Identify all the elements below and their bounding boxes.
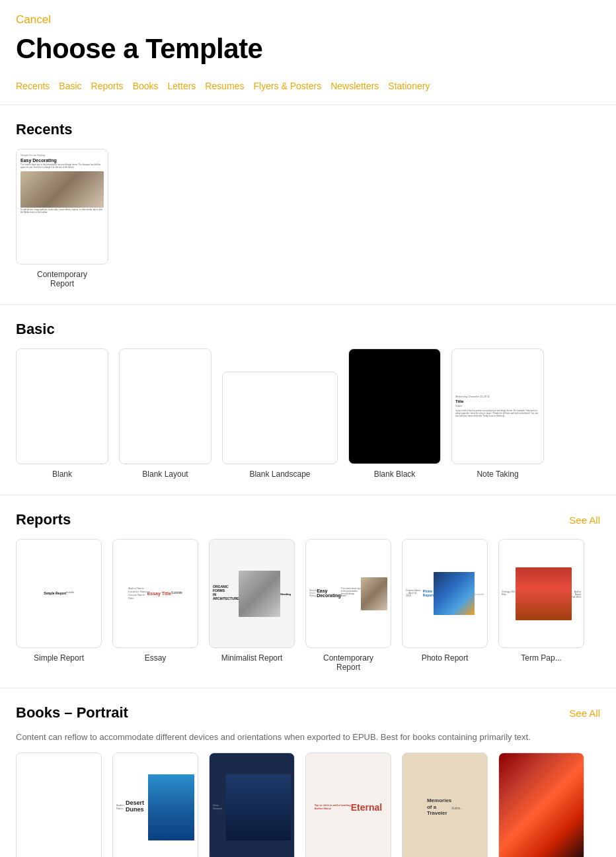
books-templates-row: Author Name Desert Dunes Desert Dunes Ur… [16, 753, 600, 857]
template-label-contemporary-report: ContemporaryReport [323, 653, 373, 672]
tab-recents[interactable]: Recents [16, 78, 59, 94]
basic-section: Basic Blank Blank Layout Blank Landscape… [0, 305, 616, 479]
blank-layout-thumb [119, 348, 212, 464]
template-term-paper[interactable]: Geology 101 Rep... Author NameFall 2013 … [498, 539, 584, 672]
tab-resumes[interactable]: Resumes [205, 78, 253, 94]
desert-dunes-thumb: Author Name Desert Dunes [112, 753, 198, 857]
books-description: Content can reflow to accommodate differ… [16, 732, 600, 742]
dark-thumb: Urna Semper [209, 753, 295, 857]
template-shatter[interactable]: Shatter [498, 753, 584, 857]
template-dark[interactable]: Urna Semper Dark [209, 753, 295, 857]
reports-templates-row: Simple Report Subtitle Simple Report Aut… [16, 539, 600, 672]
shatter-thumb [498, 753, 584, 857]
template-photo-report[interactable]: Column Name — April 14, 2010 Photo Repor… [402, 539, 488, 672]
page-title: Choose a Template [0, 33, 616, 78]
template-label-blank-landscape: Blank Landscape [249, 469, 310, 479]
books-section: Books – Portrait See All Content can ref… [0, 688, 616, 857]
nav-tabs: Recents Basic Reports Books Letters Resu… [0, 78, 616, 105]
blank-landscape-thumb [222, 372, 338, 464]
blank-thumb [16, 348, 108, 464]
template-blank-landscape[interactable]: Blank Landscape [222, 372, 338, 479]
template-simple-report[interactable]: Simple Report Subtitle Simple Report [16, 539, 102, 672]
tab-basic[interactable]: Basic [59, 78, 91, 94]
memories-thumb: Memoriesof aTraveler Author... [402, 753, 488, 857]
reports-title: Reports [16, 511, 71, 528]
eternal-thumb: Tap or click to add a headingAuthor Name… [305, 753, 391, 857]
tab-books[interactable]: Books [133, 78, 168, 94]
template-essay[interactable]: Author NameInstructor NameCourse NameDat… [112, 539, 198, 672]
tab-newsletters[interactable]: Newsletters [330, 78, 388, 94]
books-see-all-button[interactable]: See All [569, 708, 600, 719]
recents-section: Recents Simple Home Styling Easy Decorat… [0, 105, 616, 288]
tab-reports[interactable]: Reports [91, 78, 133, 94]
minimalist-report-thumb: ORGANIC FORMSIN ARCHITECTURE Heading [209, 539, 295, 648]
simple-report-thumb: Simple Report Subtitle [16, 539, 102, 648]
essay-thumb: Author NameInstructor NameCourse NameDat… [112, 539, 198, 648]
template-label-simple-report: Simple Report [34, 653, 84, 663]
template-minimalist-report[interactable]: ORGANIC FORMSIN ARCHITECTURE Heading Min… [209, 539, 295, 672]
recents-title: Recents [16, 121, 73, 138]
template-label-blank-layout: Blank Layout [142, 469, 188, 479]
photo-report-thumb: Column Name — April 14, 2010 Photo Repor… [402, 539, 488, 648]
template-contemporary-report-recent[interactable]: Simple Home Styling Easy Decorating T he… [16, 149, 108, 288]
template-note-taking[interactable]: Wednesday, December 14, 20 11 Title Subj… [451, 348, 544, 479]
basic-title: Basic [16, 321, 55, 338]
note-taking-thumb: Wednesday, December 14, 20 11 Title Subj… [451, 348, 544, 464]
template-blank[interactable]: Blank [16, 348, 108, 479]
contemporary-report-recent-thumb: Simple Home Styling Easy Decorating T he… [16, 149, 108, 265]
template-contemporary-report[interactable]: Simple Home Styling Easy Decorating T he… [305, 539, 391, 672]
template-blank-black[interactable]: Blank Black [348, 348, 441, 479]
template-label-photo-report: Photo Report [422, 653, 469, 663]
cancel-button[interactable]: Cancel [0, 0, 67, 33]
blank-black-thumb [348, 348, 441, 464]
book-blank-thumb [16, 753, 102, 857]
reports-see-all-button[interactable]: See All [569, 514, 600, 526]
template-memories[interactable]: Memoriesof aTraveler Author... Memories … [402, 753, 488, 857]
template-book-blank[interactable] [16, 753, 102, 857]
tab-flyers-posters[interactable]: Flyers & Posters [254, 78, 331, 94]
template-blank-layout[interactable]: Blank Layout [119, 348, 212, 479]
reports-section: Reports See All Simple Report Subtitle S… [0, 495, 616, 672]
tab-letters[interactable]: Letters [168, 78, 206, 94]
contemporary-report-thumb: Simple Home Styling Easy Decorating T he… [305, 539, 391, 648]
template-desert-dunes[interactable]: Author Name Desert Dunes Desert Dunes [112, 753, 198, 857]
template-label-essay: Essay [145, 653, 167, 663]
template-label-minimalist-report: Minimalist Report [221, 653, 283, 663]
template-label-contemporary-recent: ContemporaryReport [37, 270, 87, 288]
term-paper-thumb: Geology 101 Rep... Author NameFall 2013 [498, 539, 584, 648]
template-label-blank: Blank [52, 469, 72, 479]
template-label-note-taking: Note Taking [477, 469, 518, 479]
tab-stationery[interactable]: Stationery [388, 78, 439, 94]
template-label-term-paper: Term Pap... [521, 653, 561, 663]
basic-templates-row: Blank Blank Layout Blank Landscape Blank… [16, 348, 600, 479]
books-title: Books – Portrait [16, 704, 128, 721]
template-label-blank-black: Blank Black [374, 469, 416, 479]
template-eternal[interactable]: Tap or click to add a headingAuthor Name… [305, 753, 391, 857]
recents-templates-row: Simple Home Styling Easy Decorating T he… [16, 149, 600, 288]
